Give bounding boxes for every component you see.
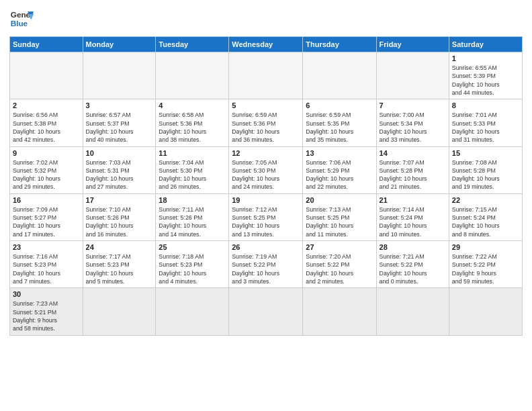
day-info: Sunrise: 7:18 AM Sunset: 5:23 PM Dayligh… [159,253,226,285]
day-number: 16 [13,196,80,204]
calendar-cell [83,288,156,335]
weekday-saturday: Saturday [449,37,522,52]
day-number: 2 [13,101,80,109]
day-number: 20 [306,196,373,204]
day-number: 21 [380,196,446,204]
day-info: Sunrise: 7:00 AM Sunset: 5:34 PM Dayligh… [380,111,446,144]
week-row-1: 1Sunrise: 6:55 AM Sunset: 5:39 PM Daylig… [10,52,523,99]
day-info: Sunrise: 6:55 AM Sunset: 5:39 PM Dayligh… [452,64,519,97]
week-row-2: 2Sunrise: 6:56 AM Sunset: 5:38 PM Daylig… [10,99,523,146]
page: General Blue SundayMondayTuesdayWednesda… [0,0,532,411]
calendar-cell [376,288,449,335]
header: General Blue [9,7,523,31]
calendar-cell [156,288,229,335]
day-number: 15 [452,149,519,157]
day-number: 7 [380,101,446,109]
week-row-4: 16Sunrise: 7:09 AM Sunset: 5:27 PM Dayli… [10,193,523,240]
calendar-cell: 21Sunrise: 7:14 AM Sunset: 5:24 PM Dayli… [376,193,449,240]
week-row-3: 9Sunrise: 7:02 AM Sunset: 5:32 PM Daylig… [10,146,523,193]
calendar-cell: 11Sunrise: 7:04 AM Sunset: 5:30 PM Dayli… [156,146,229,193]
day-info: Sunrise: 7:15 AM Sunset: 5:24 PM Dayligh… [452,205,519,238]
calendar-cell: 23Sunrise: 7:16 AM Sunset: 5:23 PM Dayli… [10,241,83,288]
day-info: Sunrise: 7:20 AM Sunset: 5:22 PM Dayligh… [306,253,373,285]
calendar-cell: 9Sunrise: 7:02 AM Sunset: 5:32 PM Daylig… [10,146,83,193]
calendar-cell: 12Sunrise: 7:05 AM Sunset: 5:30 PM Dayli… [229,146,303,193]
day-number: 22 [452,196,519,204]
calendar-cell: 6Sunrise: 6:59 AM Sunset: 5:35 PM Daylig… [303,99,376,146]
day-number: 27 [306,243,373,251]
calendar-cell [303,288,376,335]
calendar-cell [229,288,303,335]
calendar-cell: 25Sunrise: 7:18 AM Sunset: 5:23 PM Dayli… [156,241,229,288]
day-number: 3 [86,101,153,109]
day-info: Sunrise: 7:09 AM Sunset: 5:27 PM Dayligh… [13,205,80,238]
calendar-cell: 18Sunrise: 7:11 AM Sunset: 5:26 PM Dayli… [156,193,229,240]
day-info: Sunrise: 7:03 AM Sunset: 5:31 PM Dayligh… [86,158,153,191]
day-info: Sunrise: 7:10 AM Sunset: 5:26 PM Dayligh… [86,205,153,238]
calendar-cell: 2Sunrise: 6:56 AM Sunset: 5:38 PM Daylig… [10,99,83,146]
day-info: Sunrise: 6:58 AM Sunset: 5:36 PM Dayligh… [159,111,226,144]
calendar-cell: 29Sunrise: 7:22 AM Sunset: 5:22 PM Dayli… [449,241,522,288]
day-info: Sunrise: 7:06 AM Sunset: 5:29 PM Dayligh… [306,158,373,191]
weekday-tuesday: Tuesday [156,37,229,52]
calendar-cell: 5Sunrise: 6:59 AM Sunset: 5:36 PM Daylig… [229,99,303,146]
calendar-cell [376,52,449,99]
calendar-cell [83,52,156,99]
day-info: Sunrise: 7:13 AM Sunset: 5:25 PM Dayligh… [306,205,373,238]
day-number: 10 [86,149,153,157]
day-info: Sunrise: 7:11 AM Sunset: 5:26 PM Dayligh… [159,205,226,238]
day-info: Sunrise: 7:01 AM Sunset: 5:33 PM Dayligh… [452,111,519,144]
week-row-5: 23Sunrise: 7:16 AM Sunset: 5:23 PM Dayli… [10,241,523,288]
weekday-wednesday: Wednesday [229,37,303,52]
calendar-cell: 24Sunrise: 7:17 AM Sunset: 5:23 PM Dayli… [83,241,156,288]
day-info: Sunrise: 7:02 AM Sunset: 5:32 PM Dayligh… [13,158,80,191]
day-info: Sunrise: 7:19 AM Sunset: 5:22 PM Dayligh… [232,253,300,285]
calendar-cell: 4Sunrise: 6:58 AM Sunset: 5:36 PM Daylig… [156,99,229,146]
calendar-cell: 1Sunrise: 6:55 AM Sunset: 5:39 PM Daylig… [449,52,522,99]
weekday-monday: Monday [83,37,156,52]
calendar-cell: 19Sunrise: 7:12 AM Sunset: 5:25 PM Dayli… [229,193,303,240]
day-number: 17 [86,196,153,204]
day-info: Sunrise: 7:21 AM Sunset: 5:22 PM Dayligh… [380,253,446,285]
day-info: Sunrise: 7:14 AM Sunset: 5:24 PM Dayligh… [380,205,446,238]
calendar-cell: 8Sunrise: 7:01 AM Sunset: 5:33 PM Daylig… [449,99,522,146]
weekday-sunday: Sunday [10,37,83,52]
day-info: Sunrise: 7:17 AM Sunset: 5:23 PM Dayligh… [86,253,153,285]
day-number: 29 [452,243,519,251]
day-number: 14 [380,149,446,157]
day-number: 5 [232,101,300,109]
calendar-cell [229,52,303,99]
day-info: Sunrise: 6:59 AM Sunset: 5:35 PM Dayligh… [306,111,373,144]
calendar-cell [10,52,83,99]
calendar-cell [303,52,376,99]
day-number: 8 [452,101,519,109]
calendar-cell: 15Sunrise: 7:08 AM Sunset: 5:28 PM Dayli… [449,146,522,193]
day-number: 25 [159,243,226,251]
calendar-cell [449,288,522,335]
calendar-cell [156,52,229,99]
day-info: Sunrise: 6:59 AM Sunset: 5:36 PM Dayligh… [232,111,300,144]
day-info: Sunrise: 7:12 AM Sunset: 5:25 PM Dayligh… [232,205,300,238]
day-info: Sunrise: 6:57 AM Sunset: 5:37 PM Dayligh… [86,111,153,144]
calendar: SundayMondayTuesdayWednesdayThursdayFrid… [9,36,523,336]
calendar-cell: 26Sunrise: 7:19 AM Sunset: 5:22 PM Dayli… [229,241,303,288]
calendar-cell: 7Sunrise: 7:00 AM Sunset: 5:34 PM Daylig… [376,99,449,146]
day-info: Sunrise: 7:08 AM Sunset: 5:28 PM Dayligh… [452,158,519,191]
calendar-cell: 10Sunrise: 7:03 AM Sunset: 5:31 PM Dayli… [83,146,156,193]
calendar-cell: 14Sunrise: 7:07 AM Sunset: 5:28 PM Dayli… [376,146,449,193]
day-info: Sunrise: 7:05 AM Sunset: 5:30 PM Dayligh… [232,158,300,191]
weekday-header-row: SundayMondayTuesdayWednesdayThursdayFrid… [10,37,523,52]
day-number: 30 [13,290,80,298]
day-number: 28 [380,243,446,251]
day-info: Sunrise: 7:22 AM Sunset: 5:22 PM Dayligh… [452,253,519,285]
logo: General Blue [9,7,34,31]
day-info: Sunrise: 7:16 AM Sunset: 5:23 PM Dayligh… [13,253,80,285]
logo-icon: General Blue [9,7,34,31]
day-number: 26 [232,243,300,251]
week-row-6: 30Sunrise: 7:23 AM Sunset: 5:21 PM Dayli… [10,288,523,335]
calendar-cell: 3Sunrise: 6:57 AM Sunset: 5:37 PM Daylig… [83,99,156,146]
calendar-cell: 22Sunrise: 7:15 AM Sunset: 5:24 PM Dayli… [449,193,522,240]
calendar-cell: 17Sunrise: 7:10 AM Sunset: 5:26 PM Dayli… [83,193,156,240]
weekday-friday: Friday [376,37,449,52]
day-number: 19 [232,196,300,204]
